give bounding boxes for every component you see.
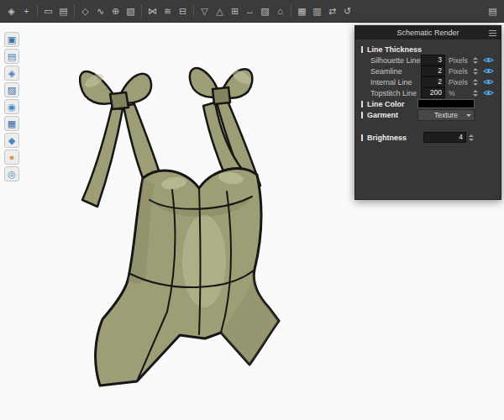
silhouette-visibility-eye-icon[interactable]	[483, 56, 494, 64]
row-brightness: Brightness 4	[355, 132, 501, 143]
add-point-tool-icon[interactable]: ⊕	[108, 4, 123, 18]
internal-line-unit: Pixels	[445, 78, 470, 87]
panel-spacer	[355, 120, 501, 132]
show-avatar-icon[interactable]: ●	[4, 150, 19, 165]
brightness-value-input[interactable]: 4	[423, 132, 466, 143]
corset-bodice	[96, 169, 279, 386]
section-marker	[361, 134, 363, 141]
spin-down-icon[interactable]	[473, 83, 478, 86]
section-marker	[361, 112, 363, 118]
segment-sewing-tool-icon[interactable]: ⋈	[145, 4, 160, 18]
seamline-label: Seamline	[370, 67, 421, 76]
show-3d-garment-icon[interactable]: ▣	[4, 32, 19, 47]
spin-down-icon[interactable]	[473, 72, 478, 75]
free-sewing-tool-icon[interactable]: ≋	[160, 4, 175, 18]
silhouette-line-value-input[interactable]: 3	[421, 55, 445, 66]
right-bow-knot	[213, 87, 230, 104]
spin-down-icon[interactable]	[469, 139, 474, 141]
panel-menu-icon[interactable]	[489, 30, 496, 36]
spin-down-icon[interactable]	[473, 61, 478, 64]
seamline-unit: Pixels	[445, 67, 470, 76]
print-layout-tool-icon[interactable]: ⌂	[273, 4, 287, 18]
row-seamline: Seamline 2 Pixels	[355, 66, 501, 76]
internal-line-visibility-eye-icon[interactable]	[483, 78, 494, 86]
gizmo-tool-icon[interactable]: ◈	[4, 4, 18, 18]
silhouette-line-unit: Pixels	[445, 56, 470, 65]
panel-title: Schematic Render	[355, 29, 501, 37]
render-view-icon[interactable]: ◎	[4, 166, 19, 181]
toolbar-separator	[141, 5, 142, 17]
edit-curve-tool-icon[interactable]: ∿	[93, 4, 108, 18]
paint-texture-icon[interactable]: ◉	[4, 99, 19, 114]
reset-view-icon[interactable]: ↺	[340, 4, 354, 18]
show-seamlines-icon[interactable]: ◈	[4, 66, 19, 81]
toolbar-separator	[74, 5, 75, 17]
spin-up-icon[interactable]	[473, 90, 478, 92]
section-marker	[361, 101, 363, 108]
left-toolbar: ▣▤◈▨◉▦◆●◎	[4, 32, 19, 181]
toolbar-separator	[291, 5, 291, 17]
toolbar-options-icon[interactable]: ▤	[486, 4, 500, 18]
internal-line-stepper[interactable]	[471, 79, 479, 86]
belly-highlight	[182, 215, 226, 307]
notch-tool-icon[interactable]: △	[213, 4, 227, 18]
schematic-render-panel: Schematic Render Line Thickness Silhouet…	[354, 25, 501, 200]
topstitch-line-stepper[interactable]	[471, 90, 479, 97]
seamline-stepper[interactable]	[471, 68, 479, 75]
show-2d-pattern-icon[interactable]: ▤	[4, 49, 19, 64]
silhouette-line-stepper[interactable]	[471, 57, 479, 64]
row-garment: Garment Texture	[355, 109, 501, 120]
brightness-stepper[interactable]	[467, 134, 475, 141]
pen-tool-icon[interactable]: ◇	[78, 4, 92, 18]
sync-view-toggle-icon[interactable]: ⇄	[325, 4, 339, 18]
left-bow-strap	[123, 104, 160, 178]
toolbar-separator	[193, 5, 194, 17]
fabric-texture-tool-icon[interactable]: ▨	[258, 4, 272, 18]
topstitch-line-unit: %	[445, 89, 470, 97]
section-marker	[361, 46, 363, 53]
rectangle-select-tool-icon[interactable]: ▭	[41, 4, 55, 18]
detach-sewing-tool-icon[interactable]: ⊟	[176, 4, 190, 18]
garment-label: Garment	[367, 111, 417, 119]
section-label: Line Thickness	[367, 45, 494, 54]
line-color-label: Line Color	[367, 100, 417, 108]
toolbar-separator	[37, 5, 38, 17]
garment-texture-dropdown[interactable]: Texture	[417, 109, 475, 121]
topstitch-line-value-input[interactable]: 200	[421, 87, 445, 98]
seamline-value-input[interactable]: 2	[421, 66, 445, 76]
section-line-thickness: Line Thickness	[355, 44, 501, 55]
panel-title-bar[interactable]: Schematic Render	[355, 26, 501, 39]
panel-body: Line Thickness Silhouette Line 3 Pixels …	[355, 39, 501, 143]
seamline-visibility-eye-icon[interactable]	[483, 67, 494, 75]
topstitch-line-label: Topstitch Line	[370, 89, 421, 97]
measure-tool-icon[interactable]: ↔	[243, 4, 257, 18]
spin-down-icon[interactable]	[473, 94, 478, 97]
silhouette-line-label: Silhouette Line	[370, 56, 421, 65]
row-line-color: Line Color	[355, 98, 501, 109]
show-pattern-toggle-icon[interactable]: ▥	[310, 4, 324, 18]
spin-up-icon[interactable]	[473, 68, 478, 71]
left-bow-tail	[82, 108, 123, 207]
garment-texture-value: Texture	[434, 111, 458, 119]
line-color-swatch[interactable]	[417, 99, 475, 108]
show-internal-lines-icon[interactable]: ▨	[4, 82, 19, 97]
row-silhouette-line: Silhouette Line 3 Pixels	[355, 55, 501, 66]
spin-up-icon[interactable]	[469, 134, 474, 137]
spin-up-icon[interactable]	[473, 79, 478, 81]
grading-tool-icon[interactable]: ⊞	[228, 4, 242, 18]
trace-tool-icon[interactable]: ▧	[123, 4, 138, 18]
dart-tool-icon[interactable]: ▽	[197, 4, 212, 18]
show-grid-toggle-icon[interactable]: ▦	[295, 4, 309, 18]
spin-up-icon[interactable]	[473, 57, 478, 60]
left-bow-knot	[110, 92, 129, 109]
pin-garment-icon[interactable]: ◆	[4, 133, 19, 148]
fabric-layers-icon[interactable]: ▦	[4, 116, 19, 131]
row-topstitch-line: Topstitch Line 200 %	[355, 87, 501, 98]
topstitch-visibility-eye-icon[interactable]	[483, 89, 494, 97]
brightness-label: Brightness	[367, 134, 423, 142]
internal-line-value-input[interactable]: 2	[421, 76, 445, 87]
top-toolbar: ◈+▭▤◇∿⊕▧⋈≋⊟▽△⊞↔▨⌂▦▥⇄↺▤	[0, 0, 504, 23]
chevron-down-icon	[466, 114, 471, 117]
move-tool-icon[interactable]: +	[19, 4, 34, 18]
pattern-select-tool-icon[interactable]: ▤	[56, 4, 71, 18]
